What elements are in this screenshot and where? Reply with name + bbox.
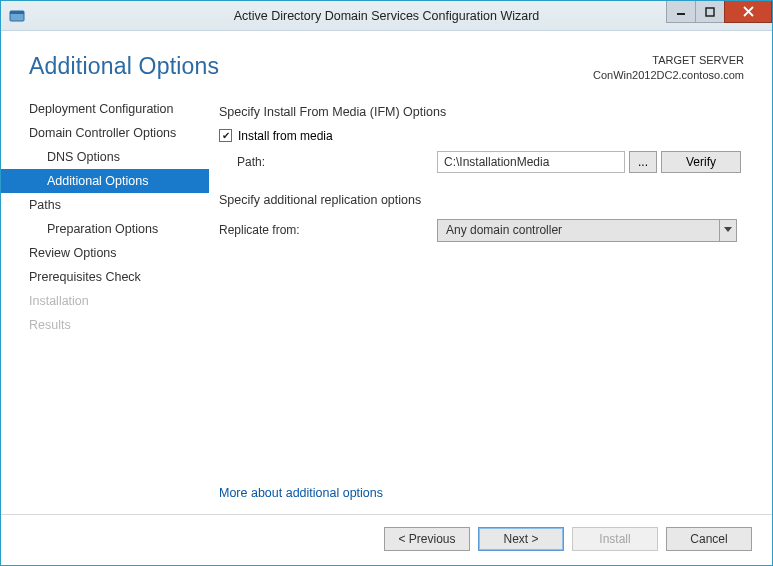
more-about-link[interactable]: More about additional options bbox=[219, 486, 764, 500]
nav-step[interactable]: Review Options bbox=[1, 241, 209, 265]
path-row: Path: ... Verify bbox=[237, 151, 764, 173]
page-header: Additional Options TARGET SERVER ConWin2… bbox=[1, 31, 772, 93]
browse-button[interactable]: ... bbox=[629, 151, 657, 173]
close-button[interactable] bbox=[724, 1, 772, 23]
nav-step[interactable]: Additional Options bbox=[1, 169, 209, 193]
window-title: Active Directory Domain Services Configu… bbox=[1, 9, 772, 23]
main-panel: Specify Install From Media (IFM) Options… bbox=[209, 93, 772, 514]
previous-button[interactable]: < Previous bbox=[384, 527, 470, 551]
window-controls bbox=[667, 1, 772, 23]
install-from-media-label: Install from media bbox=[238, 129, 333, 143]
cancel-button[interactable]: Cancel bbox=[666, 527, 752, 551]
wizard-body: Additional Options TARGET SERVER ConWin2… bbox=[1, 31, 772, 565]
content-area: Deployment ConfigurationDomain Controlle… bbox=[1, 93, 772, 514]
install-from-media-checkbox[interactable] bbox=[219, 129, 232, 142]
nav-step[interactable]: Paths bbox=[1, 193, 209, 217]
nav-step: Installation bbox=[1, 289, 209, 313]
replicate-from-row: Replicate from: Any domain controller bbox=[219, 219, 764, 242]
nav-step[interactable]: Preparation Options bbox=[1, 217, 209, 241]
ifm-checkbox-row[interactable]: Install from media bbox=[219, 129, 764, 143]
replicate-from-value: Any domain controller bbox=[446, 223, 562, 237]
app-icon bbox=[9, 8, 25, 24]
replication-section-title: Specify additional replication options bbox=[219, 193, 764, 207]
svg-rect-1 bbox=[10, 11, 24, 14]
verify-button[interactable]: Verify bbox=[661, 151, 741, 173]
minimize-button[interactable] bbox=[666, 1, 696, 23]
wizard-footer: < Previous Next > Install Cancel bbox=[1, 514, 772, 565]
target-server-label: TARGET SERVER bbox=[593, 53, 744, 68]
next-button[interactable]: Next > bbox=[478, 527, 564, 551]
nav-step: Results bbox=[1, 313, 209, 337]
wizard-window: Active Directory Domain Services Configu… bbox=[0, 0, 773, 566]
page-title: Additional Options bbox=[29, 53, 219, 80]
install-button: Install bbox=[572, 527, 658, 551]
target-server-value: ConWin2012DC2.contoso.com bbox=[593, 68, 744, 83]
svg-rect-3 bbox=[706, 8, 714, 16]
svg-marker-6 bbox=[724, 227, 732, 232]
nav-step[interactable]: Deployment Configuration bbox=[1, 97, 209, 121]
path-input[interactable] bbox=[437, 151, 625, 173]
nav-step[interactable]: DNS Options bbox=[1, 145, 209, 169]
replicate-from-dropdown[interactable]: Any domain controller bbox=[437, 219, 737, 242]
target-server-block: TARGET SERVER ConWin2012DC2.contoso.com bbox=[593, 53, 744, 83]
wizard-steps-sidebar: Deployment ConfigurationDomain Controlle… bbox=[1, 93, 209, 514]
maximize-button[interactable] bbox=[695, 1, 725, 23]
nav-step[interactable]: Domain Controller Options bbox=[1, 121, 209, 145]
ifm-section-title: Specify Install From Media (IFM) Options bbox=[219, 105, 764, 119]
title-bar: Active Directory Domain Services Configu… bbox=[1, 1, 772, 31]
replicate-from-label: Replicate from: bbox=[219, 223, 437, 237]
chevron-down-icon bbox=[719, 220, 736, 241]
path-label: Path: bbox=[237, 155, 437, 169]
nav-step[interactable]: Prerequisites Check bbox=[1, 265, 209, 289]
